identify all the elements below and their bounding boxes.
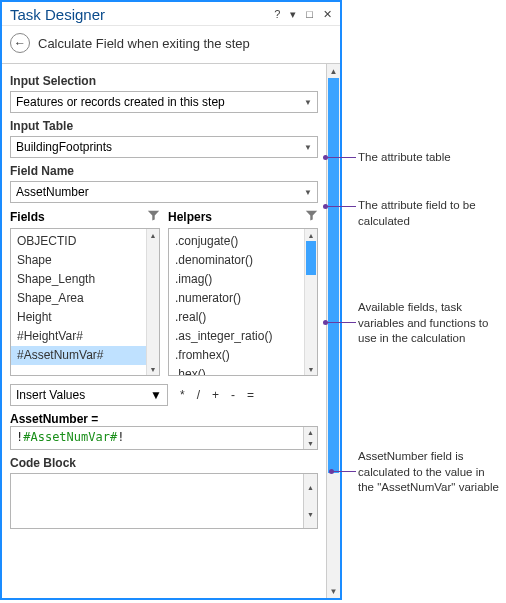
spin-down-icon[interactable]: ▼ — [304, 501, 317, 528]
input-selection-combo[interactable]: Features or records created in this step… — [10, 91, 318, 113]
dock-icon[interactable]: ▾ — [288, 8, 298, 21]
callout-line — [326, 322, 356, 323]
task-designer-panel: Task Designer ? ▾ □ ✕ ← Calculate Field … — [0, 0, 342, 600]
scroll-down-icon[interactable]: ▼ — [147, 363, 159, 375]
close-icon[interactable]: ✕ — [321, 8, 334, 21]
list-item[interactable]: Shape_Area — [11, 289, 146, 308]
spin-up-icon[interactable]: ▲ — [304, 474, 317, 501]
input-table-label: Input Table — [10, 119, 318, 133]
codeblock-spinner[interactable]: ▲ ▼ — [303, 474, 317, 528]
input-selection-value: Features or records created in this step — [16, 95, 225, 109]
list-item[interactable]: Height — [11, 308, 146, 327]
filter-icon[interactable] — [305, 209, 318, 225]
header-row: ← Calculate Field when exiting the step — [2, 26, 340, 63]
help-icon[interactable]: ? — [272, 8, 282, 21]
page-subtitle: Calculate Field when exiting the step — [38, 36, 250, 51]
form-body: Input Selection Features or records crea… — [2, 64, 326, 598]
list-item[interactable]: #HeightVar# — [11, 327, 146, 346]
insert-values-combo[interactable]: Insert Values ▼ — [10, 384, 168, 406]
list-item[interactable]: Shape — [11, 251, 146, 270]
operator-button[interactable]: - — [231, 388, 235, 402]
operators-row: Insert Values ▼ */+-= — [10, 384, 318, 406]
code-block-input[interactable]: ▲ ▼ — [10, 473, 318, 529]
input-table-value: BuildingFootprints — [16, 140, 112, 154]
input-selection-label: Input Selection — [10, 74, 318, 88]
operator-button[interactable]: * — [180, 388, 185, 402]
insert-values-label: Insert Values — [16, 388, 85, 402]
body-area: Input Selection Features or records crea… — [2, 63, 340, 598]
list-item[interactable]: .denominator() — [169, 251, 304, 270]
chevron-down-icon: ▼ — [304, 143, 312, 152]
fields-listbox[interactable]: OBJECTIDShapeShape_LengthShape_AreaHeigh… — [10, 228, 160, 376]
operator-button[interactable]: = — [247, 388, 254, 402]
helpers-column: Helpers .conjugate().denominator().imag(… — [168, 209, 318, 376]
field-name-value: AssetNumber — [16, 185, 89, 199]
list-item[interactable]: .as_integer_ratio() — [169, 327, 304, 346]
expression-input[interactable]: !#AssetNumVar#! ▲ ▼ — [10, 426, 318, 450]
expression-text: !#AssetNumVar#! — [11, 427, 303, 449]
operator-button[interactable]: + — [212, 388, 219, 402]
expression-label: AssetNumber = — [10, 412, 318, 426]
callout-line — [326, 157, 356, 158]
list-item[interactable]: .real() — [169, 308, 304, 327]
callout-attribute-table: The attribute table — [358, 150, 503, 166]
fields-scrollbar[interactable]: ▲ ▼ — [146, 229, 159, 375]
expression-spinner[interactable]: ▲ ▼ — [303, 427, 317, 449]
list-item[interactable]: .numerator() — [169, 289, 304, 308]
back-button[interactable]: ← — [10, 33, 30, 53]
field-name-label: Field Name — [10, 164, 318, 178]
scroll-down-icon[interactable]: ▼ — [305, 363, 317, 375]
callout-fields-helpers: Available fields, task variables and fun… — [358, 300, 503, 347]
input-table-combo[interactable]: BuildingFootprints ▼ — [10, 136, 318, 158]
titlebar-title: Task Designer — [10, 6, 272, 23]
scroll-down-icon[interactable]: ▼ — [327, 584, 340, 598]
callout-line — [326, 206, 356, 207]
maximize-icon[interactable]: □ — [304, 8, 315, 21]
operator-button[interactable]: / — [197, 388, 200, 402]
helpers-header: Helpers — [168, 210, 212, 224]
fields-column: Fields OBJECTIDShapeShape_LengthShape_Ar… — [10, 209, 160, 376]
spin-up-icon[interactable]: ▲ — [304, 427, 317, 438]
titlebar: Task Designer ? ▾ □ ✕ — [2, 2, 340, 26]
list-item[interactable]: .conjugate() — [169, 232, 304, 251]
filter-icon[interactable] — [147, 209, 160, 225]
code-block-label: Code Block — [10, 456, 318, 470]
list-item[interactable]: #AssetNumVar# — [11, 346, 146, 365]
fields-header: Fields — [10, 210, 45, 224]
scroll-up-icon[interactable]: ▲ — [305, 229, 317, 241]
chevron-down-icon: ▼ — [304, 188, 312, 197]
panel-scrollbar[interactable]: ▲ ▼ — [326, 64, 340, 598]
callout-expression: AssetNumber field is calculated to the v… — [358, 449, 503, 496]
window-controls: ? ▾ □ ✕ — [272, 8, 334, 21]
list-item[interactable]: .fromhex() — [169, 346, 304, 365]
helpers-listbox[interactable]: .conjugate().denominator().imag().numera… — [168, 228, 318, 376]
spin-down-icon[interactable]: ▼ — [304, 438, 317, 449]
chevron-down-icon: ▼ — [150, 388, 162, 402]
callout-line — [332, 471, 356, 472]
helpers-scrollbar[interactable]: ▲ ▼ — [304, 229, 317, 375]
chevron-down-icon: ▼ — [304, 98, 312, 107]
fields-helpers-columns: Fields OBJECTIDShapeShape_LengthShape_Ar… — [10, 209, 318, 376]
field-name-combo[interactable]: AssetNumber ▼ — [10, 181, 318, 203]
callout-attribute-field: The attribute field to be calculated — [358, 198, 503, 229]
scroll-up-icon[interactable]: ▲ — [327, 64, 340, 78]
list-item[interactable]: OBJECTID — [11, 232, 146, 251]
list-item[interactable]: Shape_Length — [11, 270, 146, 289]
list-item[interactable]: .imag() — [169, 270, 304, 289]
list-item[interactable]: .hex() — [169, 365, 304, 375]
scroll-up-icon[interactable]: ▲ — [147, 229, 159, 241]
